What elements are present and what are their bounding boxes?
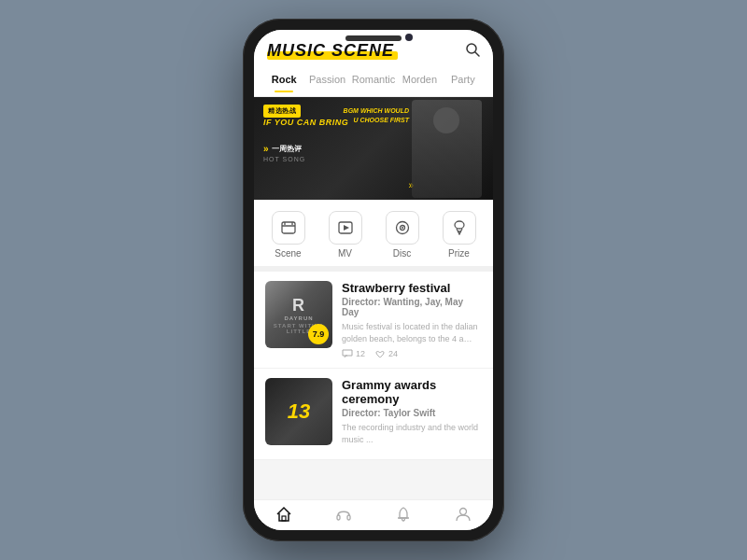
phone-screen: MUSIC SCENE Rock Passion Romantic Morden…: [254, 30, 493, 530]
prize-label: Prize: [448, 248, 470, 259]
quick-icons: Scene MV: [254, 200, 493, 272]
thumb-grammy: 13: [265, 378, 332, 445]
banner-text1: IF YOU CAN BRING: [263, 118, 348, 127]
banner-text2: » 一周热评: [263, 144, 302, 154]
disc-label: Disc: [393, 248, 411, 259]
tab-romantic[interactable]: Romantic: [350, 70, 397, 89]
list-item[interactable]: R DAYRUN START WITH A LITTLE 7.9 Strawbe…: [254, 272, 493, 369]
bottom-nav-home[interactable]: [254, 506, 314, 523]
tab-rock[interactable]: Rock: [263, 70, 304, 89]
app-title: MUSIC SCENE: [267, 41, 394, 61]
scene-label: Scene: [275, 248, 301, 259]
list-item-2[interactable]: 13 Grammy awards ceremony Director: Tayl…: [254, 369, 493, 460]
svg-rect-15: [347, 515, 350, 520]
grammy-thumb-text: 13: [288, 399, 310, 424]
list-thumb-2: 13: [265, 378, 332, 445]
headphones-icon: [335, 506, 352, 523]
banner-tag: 精选热战: [263, 105, 301, 118]
director-label-2: Director:: [342, 408, 381, 418]
list-info-2: Grammy awards ceremony Director: Taylor …: [342, 378, 482, 450]
bottom-nav-music[interactable]: [314, 506, 374, 523]
svg-rect-14: [337, 515, 340, 520]
like-icon: [374, 349, 386, 358]
scene-icon: [272, 211, 305, 245]
banner-arrows: »: [263, 144, 269, 154]
nav-tabs: Rock Passion Romantic Morden Party: [254, 66, 493, 97]
svg-point-10: [402, 227, 403, 229]
tab-morden[interactable]: Morden: [399, 70, 440, 89]
prize-icon: [443, 211, 476, 245]
svg-point-17: [460, 509, 467, 515]
banner-subtitle: HOT SONG: [263, 156, 305, 162]
banner-person: [409, 97, 484, 200]
home-icon: [275, 506, 292, 523]
banner-text-right2: U CHOOSE FIRST: [344, 116, 409, 125]
list-director-1: Director: Wanting, Jay, May Day: [342, 297, 482, 317]
list-title-2: Grammy awards ceremony: [342, 378, 482, 406]
list-info-1: Strawberry festival Director: Wanting, J…: [342, 281, 482, 358]
quick-icon-prize[interactable]: Prize: [430, 211, 487, 259]
bottom-nav: [254, 499, 493, 530]
list-desc-2: The recording industry and the world mus…: [342, 422, 482, 445]
banner-text-right1: BGM WHICH WOULD: [344, 106, 409, 116]
tab-passion[interactable]: Passion: [306, 70, 347, 89]
quick-icon-mv[interactable]: MV: [317, 211, 374, 259]
rating-badge-1: 7.9: [308, 324, 329, 344]
quick-icon-disc[interactable]: Disc: [374, 211, 430, 259]
mv-icon: [329, 211, 362, 245]
main-content: 精选热战 IF YOU CAN BRING » 一周热评 HOT SONG BG…: [254, 97, 493, 499]
search-icon[interactable]: [465, 42, 480, 61]
director-label-1: Director:: [342, 297, 381, 307]
comment-icon: [342, 349, 353, 358]
bell-icon: [395, 506, 412, 523]
title-text: MUSIC SCENE: [267, 41, 394, 60]
mv-label: MV: [338, 248, 352, 259]
phone-frame: MUSIC SCENE Rock Passion Romantic Morden…: [243, 19, 504, 541]
header: MUSIC SCENE: [254, 30, 493, 66]
disc-icon: [386, 211, 419, 245]
list-desc-1: Music festival is located in the dalian …: [342, 321, 482, 344]
svg-marker-7: [344, 225, 349, 231]
director-name-2: Taylor Swift: [383, 408, 435, 418]
like-count-1: 24: [388, 349, 398, 358]
bottom-nav-profile[interactable]: [433, 506, 493, 523]
bottom-nav-notification[interactable]: [374, 506, 433, 523]
list-actions-1: 12 24: [342, 349, 482, 358]
person-silhouette: [412, 100, 482, 198]
svg-line-1: [475, 52, 479, 56]
list-section: R DAYRUN START WITH A LITTLE 7.9 Strawbe…: [254, 272, 493, 460]
list-director-2: Director: Taylor Swift: [342, 408, 482, 418]
user-icon: [455, 506, 472, 523]
quick-icon-scene[interactable]: Scene: [260, 211, 317, 259]
banner: 精选热战 IF YOU CAN BRING » 一周热评 HOT SONG BG…: [254, 97, 493, 200]
banner-text-right: BGM WHICH WOULD U CHOOSE FIRST: [344, 106, 409, 125]
list-title-1: Strawberry festival: [342, 281, 482, 295]
comment-action-1[interactable]: 12: [342, 349, 365, 358]
list-thumb-1: R DAYRUN START WITH A LITTLE 7.9: [265, 281, 332, 348]
banner-text2-label: 一周热评: [272, 144, 302, 154]
svg-rect-11: [455, 221, 464, 229]
comment-count-1: 12: [356, 349, 365, 358]
tab-party[interactable]: Party: [443, 70, 484, 89]
like-action-1[interactable]: 24: [374, 349, 398, 358]
svg-rect-2: [282, 222, 295, 233]
